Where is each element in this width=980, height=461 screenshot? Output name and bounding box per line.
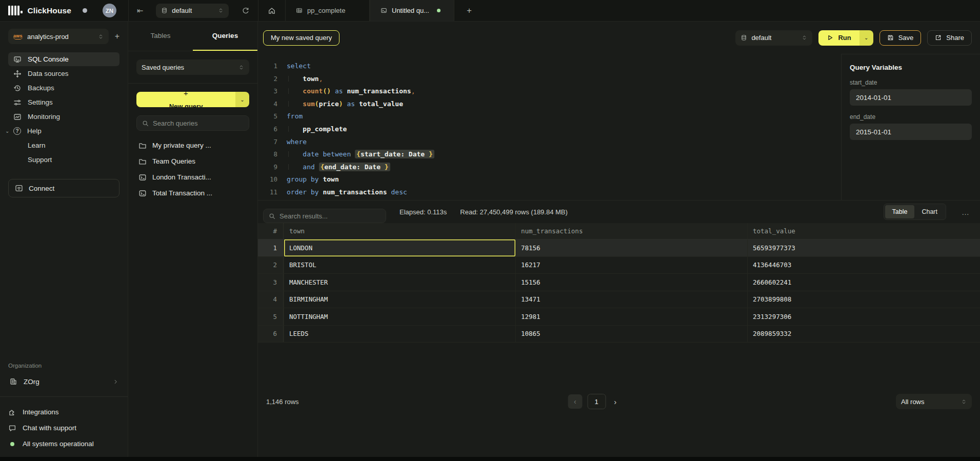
list-item-query[interactable]: Total Transaction ... xyxy=(136,186,249,201)
row-number: 1 xyxy=(258,239,284,256)
table-cell[interactable]: 2313297306 xyxy=(747,308,980,325)
terminal-icon xyxy=(138,189,147,197)
run-button[interactable]: Run ⌄ xyxy=(818,30,873,46)
table-row[interactable]: 1LONDON7815656593977373 xyxy=(258,239,980,257)
sidebar-item-learn[interactable]: Learn xyxy=(8,138,119,152)
save-icon xyxy=(887,34,894,41)
share-button[interactable]: Share xyxy=(927,30,972,46)
table-cell[interactable]: 2089859332 xyxy=(747,326,980,342)
connect-label: Connect xyxy=(29,185,54,192)
table-row[interactable]: 3MANCHESTER151562660602241 xyxy=(258,274,980,291)
column-header-town[interactable]: town xyxy=(284,223,515,239)
table-cell[interactable]: 2703899808 xyxy=(747,291,980,308)
new-query-more-button[interactable]: ⌄ xyxy=(235,92,249,107)
collapse-sidebar-icon[interactable]: ⇤ xyxy=(137,7,144,14)
query-variables-title: Query Variables xyxy=(850,64,972,71)
results-section: Elapsed: 0.113s Read: 27,450,499 rows (1… xyxy=(258,200,980,461)
brand-name: ClickHouse xyxy=(28,6,71,15)
sidebar-item-monitoring[interactable]: Monitoring xyxy=(8,110,119,124)
page-number-input[interactable] xyxy=(587,394,606,409)
saved-queries-select[interactable]: Saved queries xyxy=(136,59,249,75)
code-line: 9 and {end_date: Date } xyxy=(264,161,841,174)
sql-editor[interactable]: 1select2 town,3 count() as num_transacti… xyxy=(258,54,841,200)
organization-row[interactable]: ZOrg xyxy=(8,374,119,389)
tab-tables[interactable]: Tables xyxy=(128,22,193,51)
table-cell[interactable]: 2660602241 xyxy=(747,274,980,291)
list-item-query[interactable]: London Transacti... xyxy=(136,170,249,185)
sidebar-item-data-sources[interactable]: Data sources xyxy=(8,67,119,81)
results-search[interactable] xyxy=(263,209,386,223)
connect-icon xyxy=(15,184,23,192)
window-edge xyxy=(0,457,980,461)
table-cell[interactable]: 78156 xyxy=(515,239,747,256)
table-cell[interactable]: BRISTOL xyxy=(284,257,515,274)
sidebar-item-integrations[interactable]: Integrations xyxy=(8,405,119,419)
row-number: 3 xyxy=(258,274,284,291)
selected-cell[interactable]: LONDON xyxy=(284,239,515,256)
table-cell[interactable]: 10865 xyxy=(515,326,747,342)
table-row[interactable]: 5NOTTINGHAM129812313297306 xyxy=(258,308,980,326)
list-item-label: Team Queries xyxy=(152,157,195,165)
refresh-icon[interactable] xyxy=(242,7,250,15)
editor-database-select[interactable]: default xyxy=(735,30,812,46)
table-cell[interactable]: NOTTINGHAM xyxy=(284,308,515,325)
next-page-button[interactable]: › xyxy=(611,397,619,406)
tab-untitled-query[interactable]: Untitled qu... xyxy=(370,0,454,21)
view-chart-button[interactable]: Chart xyxy=(914,205,945,218)
table-cell[interactable]: LEEDS xyxy=(284,326,515,342)
home-button[interactable] xyxy=(258,0,285,21)
list-item-folder[interactable]: My private query ... xyxy=(136,138,249,153)
unsaved-dot-icon xyxy=(437,9,441,12)
column-header-num-transactions[interactable]: num_transactions xyxy=(515,223,747,239)
new-tab-button[interactable]: + xyxy=(454,0,484,21)
table-cell[interactable]: 13471 xyxy=(515,291,747,308)
table-row[interactable]: 4BIRMINGHAM134712703899808 xyxy=(258,291,980,309)
new-query-button[interactable]: +New query ⌄ xyxy=(136,92,249,107)
table-cell[interactable]: 4136446703 xyxy=(747,257,980,274)
add-service-button[interactable]: + xyxy=(115,32,119,41)
table-cell[interactable]: 56593977373 xyxy=(747,239,980,256)
table-cell[interactable]: 15156 xyxy=(515,274,747,291)
table-icon xyxy=(296,7,303,14)
tab-pp-complete[interactable]: pp_complete xyxy=(285,0,370,21)
puzzle-icon xyxy=(8,408,16,416)
start-date-input[interactable] xyxy=(850,89,972,106)
query-search[interactable] xyxy=(136,115,249,131)
chevron-updown-icon xyxy=(238,65,244,70)
sidebar-item-help[interactable]: ⌄ ? Help xyxy=(8,124,119,138)
page-size-select[interactable]: All rows xyxy=(896,394,972,409)
service-select[interactable]: aws analytics-prod xyxy=(8,29,109,44)
saved-query-tab[interactable]: My new saved query xyxy=(263,30,339,46)
settings-icon xyxy=(13,98,22,107)
sidebar-item-support[interactable]: Support xyxy=(8,153,119,167)
prev-page-button[interactable]: ‹ xyxy=(568,394,582,409)
tab-queries[interactable]: Queries xyxy=(193,22,257,51)
table-cell[interactable]: BIRMINGHAM xyxy=(284,291,515,308)
more-options-button[interactable]: … xyxy=(959,208,972,216)
run-options-button[interactable]: ⌄ xyxy=(859,30,873,46)
table-cell[interactable]: 12981 xyxy=(515,308,747,325)
column-header-total-value[interactable]: total_value xyxy=(747,223,980,239)
list-item-folder[interactable]: Team Queries xyxy=(136,154,249,169)
table-row[interactable]: 2BRISTOL162174136446703 xyxy=(258,257,980,274)
save-button[interactable]: Save xyxy=(879,30,922,46)
table-row[interactable]: 6LEEDS108652089859332 xyxy=(258,326,980,342)
table-cell[interactable]: MANCHESTER xyxy=(284,274,515,291)
table-cell[interactable]: 16217 xyxy=(515,257,747,274)
system-status[interactable]: All systems operational xyxy=(8,437,119,451)
sidebar-item-backups[interactable]: Backups xyxy=(8,81,119,95)
saved-queries-value: Saved queries xyxy=(142,64,234,71)
topbar-database-select[interactable]: default xyxy=(156,4,229,18)
sidebar-item-settings[interactable]: Settings xyxy=(8,95,119,109)
results-search-input[interactable] xyxy=(279,212,381,220)
avatar[interactable]: ZN xyxy=(103,4,116,17)
view-table-button[interactable]: Table xyxy=(885,205,915,218)
connect-button[interactable]: Connect xyxy=(8,179,119,197)
query-search-input[interactable] xyxy=(153,119,244,127)
sidebar-item-chat-support[interactable]: Chat with support xyxy=(8,421,119,435)
footer-item-label: Chat with support xyxy=(23,424,76,432)
end-date-input[interactable] xyxy=(850,124,972,140)
sidebar-item-sql-console[interactable]: SQL Console xyxy=(8,52,119,66)
code-line: 1select xyxy=(264,60,841,73)
share-icon xyxy=(935,34,942,41)
